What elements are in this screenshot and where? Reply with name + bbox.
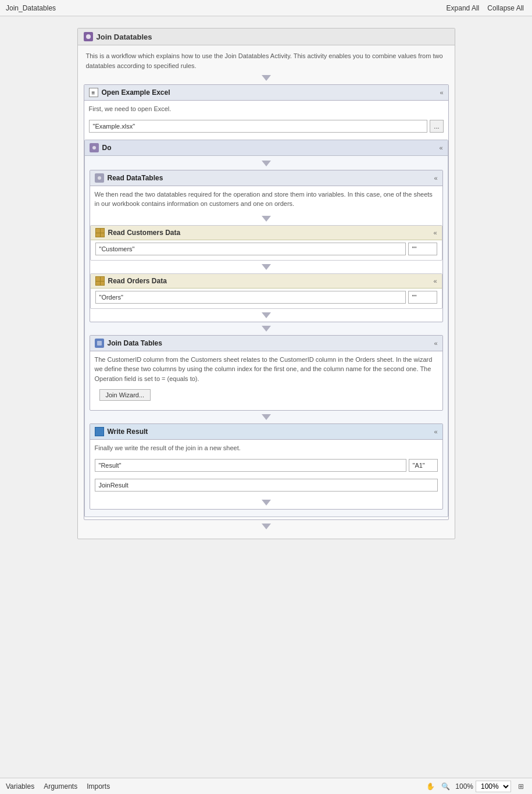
main-sequence-header: Join Datatables (78, 29, 455, 45)
read-customers-sheet-input[interactable] (95, 243, 406, 255)
join-data-tables-header-left: Join Data Tables (95, 339, 162, 348)
read-customers-header: Read Customers Data « (91, 226, 442, 240)
arrow-1 (84, 75, 449, 81)
join-data-tables-icon (95, 339, 104, 348)
join-wizard-button[interactable]: Join Wizard... (99, 389, 151, 401)
status-bar: Variables Arguments Imports ✋ 🔍 100% 100… (0, 778, 532, 794)
do-collapse-icon[interactable]: « (439, 144, 442, 151)
variables-tab[interactable]: Variables (6, 782, 34, 791)
write-result-header: Write Result « (90, 424, 442, 440)
open-excel-header-left: ≡ Open Example Excel (89, 88, 170, 97)
read-orders-sheet-input[interactable] (95, 291, 406, 304)
read-datatables-description: We then read the two datatables required… (90, 186, 442, 212)
write-result-icon (95, 427, 104, 436)
main-sequence-block: Join Datatables This is a workflow which… (77, 28, 455, 539)
open-excel-block: ≡ Open Example Excel « First, we need to… (84, 84, 449, 520)
read-orders-icon (95, 276, 105, 286)
read-datatables-header-left: Read DataTables (95, 173, 163, 183)
read-datatables-block: Read DataTables « We then read the two d… (90, 170, 443, 322)
read-customers-icon (95, 228, 105, 237)
write-result-cell-input[interactable] (409, 459, 438, 472)
read-orders-collapse-icon[interactable]: « (433, 277, 437, 284)
arrow-4 (90, 264, 442, 270)
do-icon (90, 143, 99, 152)
open-excel-file-input[interactable] (89, 120, 428, 133)
search-icon[interactable]: 🔍 (440, 781, 451, 792)
read-customers-collapse-icon[interactable]: « (433, 229, 437, 236)
status-tabs: Variables Arguments Imports (6, 782, 110, 791)
write-result-title: Write Result (108, 428, 148, 436)
do-header-left: Do (90, 143, 112, 152)
do-title: Do (102, 144, 112, 152)
join-data-tables-header: Join Data Tables « (90, 336, 442, 351)
status-right: ✋ 🔍 100% 100% 75% 50% 125% 150% ⊞ (425, 781, 526, 792)
read-orders-header: Read Orders Data « (91, 274, 442, 289)
join-data-tables-collapse-icon[interactable]: « (434, 340, 437, 347)
write-result-collapse-icon[interactable]: « (434, 428, 437, 435)
zoom-controls: 100% 100% 75% 50% 125% 150% (455, 781, 511, 792)
join-wizard-wrapper: Join Wizard... (90, 387, 442, 410)
open-excel-title: Open Example Excel (102, 88, 170, 97)
collapse-all-button[interactable]: Collapse All (485, 3, 526, 13)
write-result-input-row-1 (90, 457, 442, 476)
svg-point-2 (98, 176, 101, 180)
arrow-6 (90, 326, 443, 332)
do-block: Do « Rea (84, 140, 448, 517)
write-result-description: Finally we write the result of the join … (90, 440, 442, 457)
open-excel-collapse-icon[interactable]: « (440, 89, 443, 96)
window-title: Join_Datatables (6, 4, 56, 12)
join-data-tables-title: Join Data Tables (108, 339, 162, 347)
arrow-3 (90, 216, 442, 222)
read-orders-title: Read Orders Data (108, 277, 167, 285)
arrow-9 (84, 524, 449, 529)
read-datatables-collapse-icon[interactable]: « (434, 175, 437, 181)
svg-point-1 (92, 146, 96, 149)
open-excel-browse-button[interactable]: ... (430, 120, 443, 133)
read-orders-block: Read Orders Data « (90, 273, 442, 309)
arrow-2 (90, 161, 443, 166)
write-result-block: Write Result « Finally we write the resu… (90, 423, 443, 510)
read-datatables-title: Read DataTables (108, 174, 163, 182)
canvas-area: Join Datatables This is a workflow which… (0, 16, 532, 778)
workflow-container: Join Datatables This is a workflow which… (77, 16, 455, 557)
open-excel-icon: ≡ (89, 88, 98, 97)
arrow-8 (90, 500, 442, 505)
svg-point-0 (86, 34, 91, 39)
open-excel-header: ≡ Open Example Excel « (84, 85, 448, 101)
arguments-tab[interactable]: Arguments (44, 782, 77, 791)
zoom-select[interactable]: 100% 75% 50% 125% 150% (476, 781, 511, 792)
join-data-tables-description: The CustomerID column from the Customers… (90, 351, 442, 387)
read-datatables-icon (95, 173, 104, 183)
arrow-7 (90, 414, 443, 420)
main-sequence-title: Join Datatables (97, 33, 152, 41)
open-excel-description: First, we need to open Excel. (84, 101, 448, 118)
top-bar: Join_Datatables Expand All Collapse All (0, 0, 532, 16)
join-data-tables-block: Join Data Tables « The CustomerID column… (90, 335, 443, 411)
write-result-sheet-input[interactable] (95, 459, 406, 472)
read-customers-result-input[interactable] (408, 243, 437, 255)
read-customers-block: Read Customers Data « (90, 225, 442, 261)
read-orders-header-left: Read Orders Data (95, 276, 167, 286)
top-bar-actions: Expand All Collapse All (444, 3, 526, 13)
fit-screen-icon[interactable]: ⊞ (516, 781, 526, 792)
read-orders-result-input[interactable] (408, 291, 437, 304)
join-datatables-icon (84, 32, 93, 41)
expand-all-button[interactable]: Expand All (444, 3, 482, 13)
read-orders-input-row (91, 289, 442, 308)
hand-icon[interactable]: ✋ (425, 781, 435, 792)
arrow-5 (90, 312, 442, 318)
read-customers-header-left: Read Customers Data (95, 228, 181, 237)
open-excel-input-row: ... (84, 118, 448, 137)
zoom-level: 100% (455, 782, 473, 791)
read-datatables-header: Read DataTables « (90, 170, 442, 186)
write-result-data-input[interactable] (95, 479, 438, 492)
write-result-input-row-2 (90, 476, 442, 496)
read-customers-input-row (91, 240, 442, 260)
write-result-header-left: Write Result (95, 427, 148, 436)
main-sequence-description: This is a workflow which explains how to… (86, 51, 447, 70)
imports-tab[interactable]: Imports (87, 782, 110, 791)
read-customers-title: Read Customers Data (108, 229, 181, 237)
do-block-header: Do « (85, 140, 448, 156)
svg-rect-3 (97, 341, 102, 346)
